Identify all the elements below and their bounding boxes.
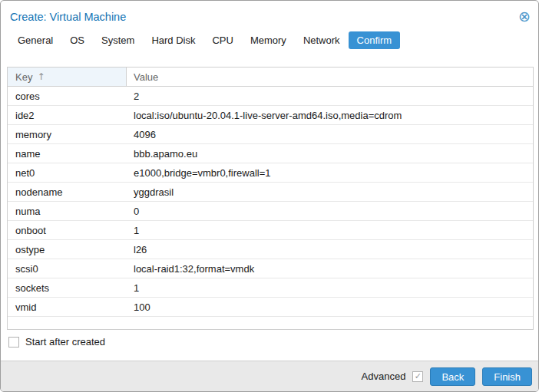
cell-value: local-raid1:32,format=vmdk xyxy=(127,259,533,278)
checkbox-unchecked-icon[interactable] xyxy=(8,337,19,348)
grid-header: Key ↑ Value xyxy=(8,68,533,87)
close-icon[interactable]: ⊗ xyxy=(518,9,531,23)
table-row[interactable]: numa0 xyxy=(8,202,533,221)
back-button[interactable]: Back xyxy=(430,367,475,386)
tab-network[interactable]: Network xyxy=(295,31,349,49)
confirm-settings-grid: Key ↑ Value cores2ide2local:iso/ubuntu-2… xyxy=(7,67,534,330)
table-row[interactable]: cores2 xyxy=(8,87,533,106)
cell-value: 2 xyxy=(127,87,533,105)
tab-confirm[interactable]: Confirm xyxy=(349,31,401,49)
cell-key: name xyxy=(8,144,127,163)
advanced-label: Advanced xyxy=(362,371,406,382)
cell-value: 100 xyxy=(127,298,533,316)
tab-os[interactable]: OS xyxy=(61,31,93,49)
table-row[interactable]: net0e1000,bridge=vmbr0,firewall=1 xyxy=(8,163,533,183)
start-after-created-checkbox[interactable]: Start after created xyxy=(8,336,105,348)
finish-button[interactable]: Finish xyxy=(482,367,532,386)
cell-value: e1000,bridge=vmbr0,firewall=1 xyxy=(127,163,533,182)
column-header-key-label: Key xyxy=(15,71,32,83)
start-after-created-label: Start after created xyxy=(25,336,105,348)
cell-value: 0 xyxy=(127,202,533,220)
tab-memory[interactable]: Memory xyxy=(242,31,295,49)
table-row[interactable]: namebbb.apamo.eu xyxy=(8,144,533,163)
tab-system[interactable]: System xyxy=(93,31,143,49)
cell-key: numa xyxy=(8,202,127,220)
column-header-value-label: Value xyxy=(134,71,158,83)
cell-key: cores xyxy=(8,87,127,105)
table-row[interactable]: ostypel26 xyxy=(8,240,533,259)
cell-key: vmid xyxy=(8,298,127,316)
cell-key: net0 xyxy=(8,163,127,182)
cell-key: onboot xyxy=(8,221,127,239)
cell-key: memory xyxy=(8,125,127,143)
footer-toolbar: Advanced ✓ Back Finish xyxy=(1,361,538,391)
table-row[interactable]: nodenameyggdrasil xyxy=(8,183,533,202)
tab-cpu[interactable]: CPU xyxy=(203,31,241,49)
table-row[interactable]: scsi0local-raid1:32,format=vmdk xyxy=(8,259,533,278)
column-header-key[interactable]: Key ↑ xyxy=(8,68,127,86)
table-row[interactable]: sockets1 xyxy=(8,278,533,298)
table-row[interactable]: ide2local:iso/ubuntu-20.04.1-live-server… xyxy=(8,106,533,125)
tab-general[interactable]: General xyxy=(9,31,61,49)
grid-body: cores2ide2local:iso/ubuntu-20.04.1-live-… xyxy=(8,87,533,317)
advanced-checkbox[interactable]: ✓ xyxy=(412,371,423,382)
sort-ascending-icon: ↑ xyxy=(37,71,45,82)
cell-value: local:iso/ubuntu-20.04.1-live-server-amd… xyxy=(127,106,533,124)
cell-value: 1 xyxy=(127,278,533,297)
tab-bar: GeneralOSSystemHard DiskCPUMemoryNetwork… xyxy=(1,28,538,51)
cell-value: 4096 xyxy=(127,125,533,143)
tab-hard-disk[interactable]: Hard Disk xyxy=(143,31,203,49)
cell-key: nodename xyxy=(8,183,127,201)
cell-value: bbb.apamo.eu xyxy=(127,144,533,163)
cell-key: ide2 xyxy=(8,106,127,124)
cell-value: l26 xyxy=(127,240,533,259)
create-vm-dialog: Create: Virtual Machine ⊗ GeneralOSSyste… xyxy=(0,0,539,392)
table-row[interactable]: vmid100 xyxy=(8,298,533,317)
title-bar: Create: Virtual Machine ⊗ xyxy=(1,1,538,28)
cell-key: ostype xyxy=(8,240,127,259)
table-row[interactable]: memory4096 xyxy=(8,125,533,144)
dialog-title: Create: Virtual Machine xyxy=(10,11,126,23)
cell-key: scsi0 xyxy=(8,259,127,278)
column-header-value[interactable]: Value xyxy=(127,68,533,86)
table-row[interactable]: onboot1 xyxy=(8,221,533,240)
cell-key: sockets xyxy=(8,278,127,297)
cell-value: yggdrasil xyxy=(127,183,533,201)
cell-value: 1 xyxy=(127,221,533,239)
